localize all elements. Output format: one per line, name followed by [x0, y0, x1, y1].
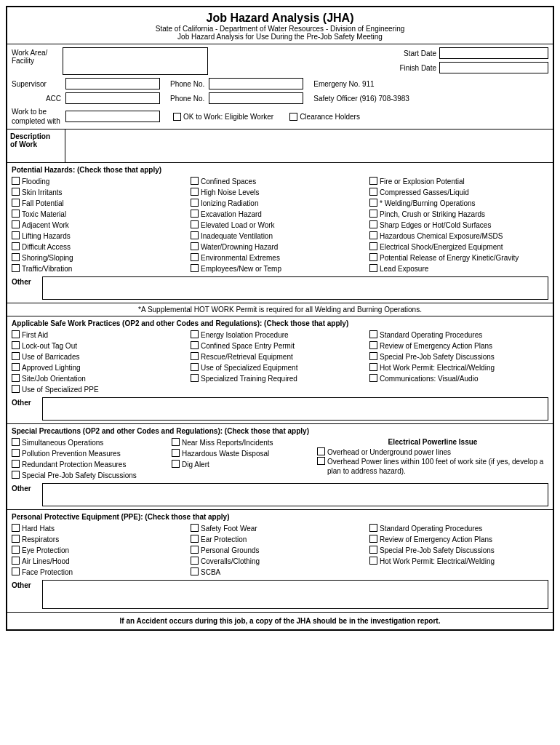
list-item: Compressed Gasses/Liquid — [369, 188, 548, 197]
checkbox[interactable] — [12, 220, 20, 228]
start-date-input[interactable] — [439, 47, 548, 59]
checkbox[interactable] — [369, 330, 377, 338]
list-item: Special Pre-Job Safety Discussions — [369, 546, 548, 555]
checkbox[interactable] — [191, 220, 199, 228]
checkbox[interactable] — [191, 253, 199, 261]
checkbox[interactable] — [369, 220, 377, 228]
hazards-col2: Confined SpacesHigh Noise LevelsIonizing… — [191, 177, 369, 274]
checkbox[interactable] — [172, 460, 180, 468]
work-complete-input[interactable] — [65, 111, 160, 122]
checkbox[interactable] — [12, 438, 20, 446]
checkbox[interactable] — [369, 231, 377, 239]
checkbox[interactable] — [12, 567, 20, 575]
acc-input[interactable] — [65, 92, 160, 104]
checkbox[interactable] — [191, 557, 199, 565]
item-label: Water/Drowning Hazard — [201, 242, 278, 252]
checkbox[interactable] — [191, 363, 199, 371]
checkbox[interactable] — [172, 438, 180, 446]
checkbox[interactable] — [369, 264, 377, 272]
list-item: Overhead or Underground power lines — [317, 447, 548, 457]
other-input-sp[interactable] — [42, 483, 548, 506]
list-item: Fire or Explosion Potential — [369, 177, 548, 186]
other-input-ppe[interactable] — [42, 580, 548, 609]
checkbox[interactable] — [12, 449, 20, 457]
finish-date-input[interactable] — [439, 62, 548, 73]
checkbox[interactable] — [12, 341, 20, 349]
item-label: Special Pre-Job Safety Discussions — [22, 471, 137, 480]
ok-to-work-checkbox[interactable] — [173, 113, 181, 121]
checkbox[interactable] — [12, 199, 20, 207]
list-item: Redundant Protection Measures — [12, 460, 172, 469]
description-input[interactable] — [65, 130, 553, 162]
checkbox[interactable] — [369, 242, 377, 250]
checkbox[interactable] — [172, 449, 180, 457]
list-item: Ionizing Radiation — [191, 199, 369, 208]
checkbox[interactable] — [191, 264, 199, 272]
checkbox[interactable] — [12, 460, 20, 468]
list-item: Respirators — [12, 535, 191, 544]
checkbox[interactable] — [12, 546, 20, 554]
checkbox[interactable] — [369, 546, 377, 554]
checkbox[interactable] — [369, 253, 377, 261]
checkbox[interactable] — [12, 231, 20, 239]
checkbox[interactable] — [12, 253, 20, 261]
checkbox[interactable] — [191, 177, 199, 185]
checkbox[interactable] — [369, 188, 377, 196]
checkbox[interactable] — [191, 567, 199, 575]
checkbox[interactable] — [369, 341, 377, 349]
item-label: Difficult Access — [22, 242, 71, 252]
checkbox[interactable] — [12, 363, 20, 371]
work-area-input[interactable] — [63, 47, 208, 75]
checkbox[interactable] — [369, 524, 377, 532]
checkbox[interactable] — [317, 447, 325, 455]
other-input-safe[interactable] — [42, 397, 548, 421]
phone-input2[interactable] — [209, 92, 303, 104]
checkbox[interactable] — [12, 385, 20, 393]
item-label: Overhead or Underground power lines — [327, 447, 451, 457]
checkbox[interactable] — [12, 352, 20, 360]
item-label: Fall Potential — [22, 199, 64, 208]
checkbox[interactable] — [369, 557, 377, 565]
ok-to-work-label: OK to Work: Eligible Worker — [183, 113, 273, 121]
checkbox[interactable] — [12, 535, 20, 543]
checkbox[interactable] — [12, 242, 20, 250]
checkbox[interactable] — [191, 210, 199, 218]
checkbox[interactable] — [191, 524, 199, 532]
checkbox[interactable] — [191, 352, 199, 360]
checkbox[interactable] — [369, 374, 377, 382]
checkbox[interactable] — [12, 210, 20, 218]
checkbox[interactable] — [191, 330, 199, 338]
checkbox[interactable] — [191, 341, 199, 349]
other-label-sp: Other — [12, 483, 39, 493]
clearance-holders-checkbox[interactable] — [289, 113, 297, 121]
item-label: Use of Barricades — [22, 352, 79, 362]
checkbox[interactable] — [191, 535, 199, 543]
checkbox[interactable] — [12, 330, 20, 338]
checkbox[interactable] — [369, 199, 377, 207]
list-item: Fall Potential — [12, 199, 191, 208]
checkbox[interactable] — [191, 188, 199, 196]
checkbox[interactable] — [191, 242, 199, 250]
checkbox[interactable] — [12, 374, 20, 382]
checkbox[interactable] — [12, 188, 20, 196]
checkbox[interactable] — [191, 199, 199, 207]
checkbox[interactable] — [191, 374, 199, 382]
checkbox[interactable] — [12, 471, 20, 479]
checkbox[interactable] — [12, 524, 20, 532]
phone-input1[interactable] — [209, 78, 303, 89]
checkbox[interactable] — [369, 363, 377, 371]
checkbox[interactable] — [369, 352, 377, 360]
checkbox[interactable] — [369, 177, 377, 185]
supervisor-input[interactable] — [65, 78, 160, 89]
checkbox[interactable] — [12, 557, 20, 565]
checkbox[interactable] — [12, 264, 20, 272]
potential-hazards-section: Potential Hazards: (Check those that app… — [7, 163, 553, 303]
checkbox[interactable] — [369, 210, 377, 218]
list-item: Elevated Load or Work — [191, 220, 369, 230]
checkbox[interactable] — [191, 231, 199, 239]
other-input-hazards[interactable] — [42, 276, 548, 300]
checkbox[interactable] — [12, 177, 20, 185]
checkbox[interactable] — [369, 535, 377, 543]
checkbox[interactable] — [191, 546, 199, 554]
checkbox[interactable] — [317, 457, 325, 465]
